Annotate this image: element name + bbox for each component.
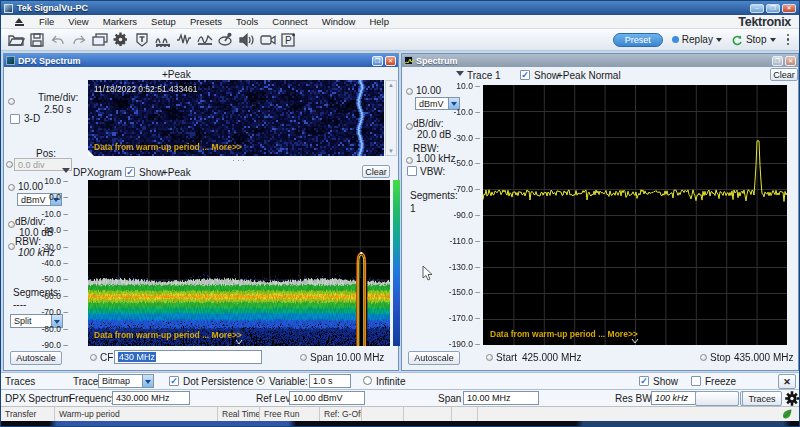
replay-caret-icon[interactable] (716, 38, 722, 45)
menu-item-7[interactable]: Window (315, 16, 363, 27)
markers-button-final[interactable] (695, 391, 739, 406)
stop-label: Stop (746, 34, 767, 45)
rbw-knob-icon[interactable] (8, 243, 15, 250)
spectrum-panel: Spectrum ❐ ✕ Trace 1 Show +Peak Normal C… (401, 53, 799, 371)
minimize-button[interactable]: – (750, 4, 764, 13)
trace1-section-toggle[interactable]: Trace 1 (456, 70, 501, 81)
audio-icon[interactable] (236, 30, 257, 49)
dpx-panel-titlebar[interactable]: DPX Spectrum ❐ ✕ (4, 54, 398, 67)
menu-item-6[interactable]: Connect (265, 16, 314, 27)
collapse-toolbar-icon[interactable] (15, 18, 24, 26)
menu-item-4[interactable]: Presets (183, 16, 229, 27)
spectrum-db-div-knob-icon[interactable] (406, 123, 413, 130)
spectrum-autoscale-button[interactable]: Autoscale (408, 351, 460, 365)
pulse-trace-icon[interactable] (173, 30, 194, 49)
menu-item-1[interactable]: View (61, 16, 95, 27)
marker-tag-icon[interactable] (131, 30, 152, 49)
splitter-handle[interactable]: ··· (232, 155, 247, 165)
spectrum-warning[interactable]: Data from warm-up period ... More>> (490, 329, 638, 339)
ref-lev-input[interactable]: 10.00 dBmV (289, 391, 365, 405)
dot-persistence-checkbox[interactable] (169, 376, 179, 386)
stop-control[interactable]: Stop (731, 34, 776, 46)
menu-item-0[interactable]: File (32, 16, 61, 27)
span-knob-icon[interactable] (300, 354, 307, 361)
menu-item-5[interactable]: Tools (229, 16, 265, 27)
close-settings-button[interactable]: ✕ (778, 374, 796, 389)
close-button[interactable]: ✕ (782, 4, 796, 13)
displays-icon[interactable] (89, 30, 110, 49)
freeze-checkbox[interactable] (691, 376, 701, 386)
ref-level-knob-icon[interactable] (8, 184, 15, 191)
spectrum-y-tick-5: -90.0 (454, 210, 480, 220)
vbw-checkbox[interactable] (407, 166, 417, 176)
dpxogram-autoscale-button[interactable]: Autoscale (10, 351, 62, 365)
span-setting-input[interactable]: 10.00 MHz (463, 391, 539, 405)
dpxogram-display[interactable] (88, 180, 390, 346)
menu-item-2[interactable]: Markers (96, 16, 144, 27)
restore-button[interactable]: ❐ (766, 4, 780, 13)
spectrum-display[interactable] (483, 85, 787, 345)
camera-icon[interactable] (257, 30, 278, 49)
redo-icon[interactable] (68, 30, 89, 49)
time-div-value[interactable]: 2.50 s (44, 104, 71, 115)
preset-p-icon[interactable]: P (278, 30, 299, 49)
infinite-label: Infinite (376, 376, 405, 387)
cf-label: CF (100, 352, 113, 363)
menu-item-8[interactable]: Help (362, 16, 396, 27)
dpxogram-y-axis: 10.00.0-10.0-20.0-30.0-40.0-50.0-60.0-70… (34, 176, 68, 350)
preset-button[interactable]: Preset (613, 33, 663, 47)
dpx-display-icon[interactable] (152, 30, 173, 49)
frequency-input[interactable]: 430.000 MHz (112, 391, 190, 405)
waterfall-warning[interactable]: Data from warm-up period ... More>> (94, 142, 242, 152)
open-file-icon[interactable] (5, 30, 26, 49)
pos-knob-icon[interactable] (6, 161, 13, 168)
show-checkbox[interactable] (639, 376, 649, 386)
variable-time-input[interactable]: 1.0 s (309, 374, 351, 388)
status-cell-5 (362, 407, 404, 421)
dpx-panel-title: DPX Spectrum (18, 56, 81, 66)
stop-value[interactable]: 435.000 MHz (734, 352, 793, 363)
replay-control[interactable]: Replay (672, 34, 722, 45)
stop-caret-icon[interactable] (770, 38, 776, 45)
dpxogram-y-tick-10: -90.0 (42, 340, 68, 350)
undo-icon[interactable] (47, 30, 68, 49)
settings-gear-icon[interactable] (110, 30, 131, 49)
start-value[interactable]: 425.000 MHz (522, 352, 581, 363)
db-div-knob-icon[interactable] (8, 221, 15, 228)
spectrum-panel-close-button[interactable]: ✕ (785, 56, 796, 66)
cf-input[interactable]: 430 MHz (114, 350, 262, 364)
dropdown-arrow-icon[interactable] (142, 375, 153, 387)
spectrum-trace-icon[interactable] (194, 30, 215, 49)
dpxogram-clear-button[interactable]: Clear (362, 165, 390, 178)
spectrum-panel-restore-button[interactable]: ❐ (772, 56, 783, 66)
save-icon[interactable] (26, 30, 47, 49)
dpx-panel-close-button[interactable]: ✕ (385, 56, 396, 66)
traces-type-dropdown[interactable]: Bitmap (98, 374, 154, 388)
stop-knob-icon[interactable] (700, 354, 707, 361)
cf-knob-icon[interactable] (90, 354, 97, 361)
spectrum-clear-button[interactable]: Clear (770, 68, 798, 81)
trace1-show-checkbox[interactable] (520, 70, 530, 80)
dpx-panel-restore-button[interactable]: ❐ (372, 56, 383, 66)
spectrum-ref-knob-icon[interactable] (406, 88, 413, 95)
more-options-icon[interactable] (787, 34, 790, 46)
spectrum-rbw-knob-icon[interactable] (406, 157, 413, 164)
time-div-knob-icon[interactable] (8, 98, 15, 105)
infinite-radio[interactable] (363, 376, 372, 385)
three-d-checkbox[interactable] (10, 114, 20, 124)
spectrum-panel-titlebar[interactable]: Spectrum ❐ ✕ (402, 54, 798, 67)
spectrum-ref-value[interactable]: 10.00 (416, 85, 441, 96)
dpxogram-section-toggle[interactable]: DPXogram (62, 167, 122, 178)
start-knob-icon[interactable] (486, 354, 493, 361)
variable-radio[interactable] (256, 376, 265, 385)
dpxogram-show-checkbox[interactable] (125, 167, 135, 177)
menu-item-3[interactable]: Setup (144, 16, 183, 27)
waterfall-scrollbar[interactable]: ▲▼ (385, 80, 397, 156)
spectrum-y-tick-3: -50.0 (454, 158, 480, 168)
span-value[interactable]: 10.00 MHz (336, 352, 384, 363)
touch-control-icon[interactable] (215, 30, 236, 49)
vbw-label: VBW: (420, 166, 445, 177)
traces-button[interactable]: Traces (742, 391, 782, 406)
dpxogram-warning[interactable]: Data from warm-up period ... More>> (94, 330, 242, 340)
dot-persistence-label: Dot Persistence (183, 376, 254, 387)
